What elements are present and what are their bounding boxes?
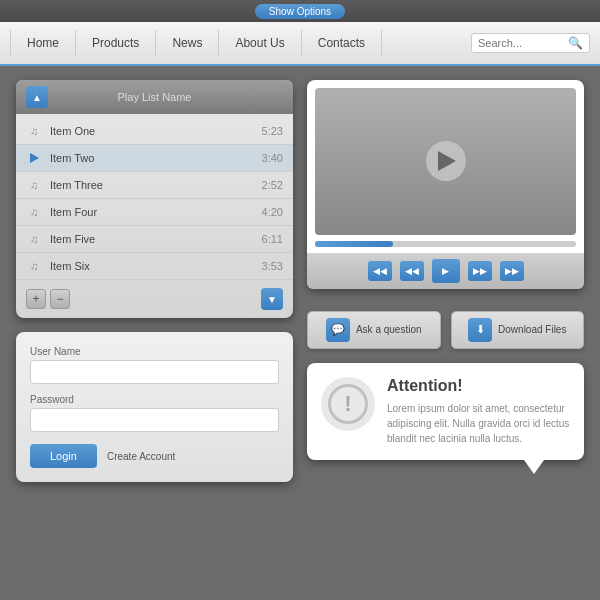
- playlist-item-time-6: 3:53: [262, 260, 283, 272]
- login-buttons: Login Create Account: [30, 444, 279, 468]
- alert-widget: ! Attention! Lorem ipsum dolor sit amet,…: [307, 363, 584, 460]
- username-label: User Name: [30, 346, 279, 357]
- alert-title: Attention!: [387, 377, 570, 395]
- playlist-header: ▲ Play List Name: [16, 80, 293, 114]
- video-progress-fill: [315, 241, 393, 247]
- main-content: ▲ Play List Name ♫ Item One 5:23 Item Tw…: [0, 66, 600, 600]
- alert-icon-wrap: !: [321, 377, 375, 431]
- right-column: ◀◀ ◀◀ ▶ ▶▶ ▶▶ 💬 Ask a question ⬇ Downloa…: [307, 80, 584, 527]
- playlist-item-time-1: 5:23: [262, 125, 283, 137]
- left-column: ▲ Play List Name ♫ Item One 5:23 Item Tw…: [16, 80, 293, 527]
- playlist-item-name-3: Item Three: [50, 179, 262, 191]
- video-screen: [315, 88, 576, 235]
- playlist-item-time-5: 6:11: [262, 233, 283, 245]
- nav-search[interactable]: 🔍: [471, 33, 590, 53]
- playlist-footer: + − ▼: [16, 284, 293, 310]
- playlist-item-4[interactable]: ♫ Item Four 4:20: [16, 199, 293, 226]
- music-note-icon-5: ♫: [26, 231, 42, 247]
- search-icon: 🔍: [568, 36, 583, 50]
- nav-item-about[interactable]: About Us: [219, 30, 301, 56]
- nav-item-news[interactable]: News: [156, 30, 219, 56]
- playlist-add-button[interactable]: +: [26, 289, 46, 309]
- nav-item-contacts[interactable]: Contacts: [302, 30, 382, 56]
- playlist-item-name-6: Item Six: [50, 260, 262, 272]
- playlist-item-5[interactable]: ♫ Item Five 6:11: [16, 226, 293, 253]
- video-control-play-button[interactable]: ▶: [432, 259, 460, 283]
- playlist-item-time-2: 3:40: [262, 152, 283, 164]
- playlist-add-buttons: + −: [26, 289, 70, 309]
- video-action-buttons: 💬 Ask a question ⬇ Download Files: [307, 311, 584, 349]
- playlist-item-3[interactable]: ♫ Item Three 2:52: [16, 172, 293, 199]
- playlist-item-time-3: 2:52: [262, 179, 283, 191]
- top-bar: Show Options: [0, 0, 600, 22]
- playlist-title: Play List Name: [48, 91, 261, 103]
- chat-icon: 💬: [326, 318, 350, 342]
- video-controls: ◀◀ ◀◀ ▶ ▶▶ ▶▶: [307, 253, 584, 289]
- ask-question-button[interactable]: 💬 Ask a question: [307, 311, 441, 349]
- playlist-remove-button[interactable]: −: [50, 289, 70, 309]
- username-field: User Name: [30, 346, 279, 384]
- playlist-down-button[interactable]: ▼: [261, 288, 283, 310]
- rewind-button[interactable]: ◀◀: [400, 261, 424, 281]
- video-play-button[interactable]: [426, 141, 466, 181]
- nav-items: Home Products News About Us Contacts: [0, 30, 471, 56]
- playlist-item-name-4: Item Four: [50, 206, 262, 218]
- alert-content: Attention! Lorem ipsum dolor sit amet, c…: [387, 377, 570, 446]
- playlist-item-time-4: 4:20: [262, 206, 283, 218]
- nav-item-products[interactable]: Products: [76, 30, 156, 56]
- password-input[interactable]: [30, 408, 279, 432]
- login-widget: User Name Password Login Create Account: [16, 332, 293, 482]
- nav-item-home[interactable]: Home: [10, 30, 76, 56]
- ask-question-label: Ask a question: [356, 324, 422, 335]
- playlist-widget: ▲ Play List Name ♫ Item One 5:23 Item Tw…: [16, 80, 293, 318]
- playlist-up-button[interactable]: ▲: [26, 86, 48, 108]
- download-files-button[interactable]: ⬇ Download Files: [451, 311, 585, 349]
- music-note-icon-4: ♫: [26, 204, 42, 220]
- playlist-item-1[interactable]: ♫ Item One 5:23: [16, 118, 293, 145]
- play-triangle-icon: [438, 151, 456, 171]
- skip-back-button[interactable]: ◀◀: [368, 261, 392, 281]
- music-note-icon-1: ♫: [26, 123, 42, 139]
- create-account-link[interactable]: Create Account: [107, 451, 175, 462]
- video-widget: ◀◀ ◀◀ ▶ ▶▶ ▶▶: [307, 80, 584, 289]
- show-options-button[interactable]: Show Options: [255, 4, 345, 19]
- password-field: Password: [30, 394, 279, 432]
- search-input[interactable]: [478, 37, 568, 49]
- playlist-item-name-1: Item One: [50, 125, 262, 137]
- download-files-label: Download Files: [498, 324, 566, 335]
- password-label: Password: [30, 394, 279, 405]
- alert-text: Lorem ipsum dolor sit amet, consectetur …: [387, 401, 570, 446]
- video-progress-bar[interactable]: [315, 241, 576, 247]
- playlist-item-6[interactable]: ♫ Item Six 3:53: [16, 253, 293, 280]
- login-button[interactable]: Login: [30, 444, 97, 468]
- playlist-items: ♫ Item One 5:23 Item Two 3:40 ♫ Item Thr…: [16, 114, 293, 284]
- music-note-icon-6: ♫: [26, 258, 42, 274]
- music-note-icon-3: ♫: [26, 177, 42, 193]
- download-icon: ⬇: [468, 318, 492, 342]
- playlist-item-name-2: Item Two: [50, 152, 262, 164]
- playlist-item-2[interactable]: Item Two 3:40: [16, 145, 293, 172]
- alert-exclamation-icon: !: [328, 384, 368, 424]
- fast-forward-button[interactable]: ▶▶: [468, 261, 492, 281]
- skip-forward-button[interactable]: ▶▶: [500, 261, 524, 281]
- nav-bar: Home Products News About Us Contacts 🔍: [0, 22, 600, 66]
- play-icon-2: [26, 150, 42, 166]
- username-input[interactable]: [30, 360, 279, 384]
- playlist-item-name-5: Item Five: [50, 233, 262, 245]
